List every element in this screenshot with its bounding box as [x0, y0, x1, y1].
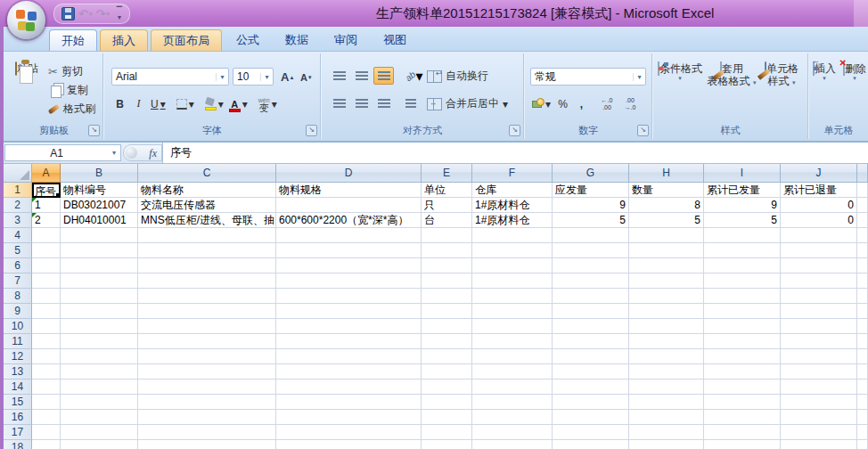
cell-K11[interactable]	[857, 334, 868, 349]
cell-J7[interactable]	[781, 273, 857, 289]
cell-E18[interactable]	[422, 440, 472, 449]
cell-B8[interactable]	[61, 289, 138, 304]
cell-J5[interactable]	[781, 243, 857, 258]
cell-C2[interactable]: 交流电压传感器	[138, 198, 276, 213]
row-header-8[interactable]: 8	[4, 289, 32, 304]
tab-view[interactable]: 视图	[372, 29, 418, 51]
cell-E9[interactable]	[422, 304, 472, 319]
cell-G5[interactable]	[553, 243, 629, 258]
cell-E12[interactable]	[422, 349, 472, 364]
row-header-2[interactable]: 2	[4, 198, 32, 213]
cell-G6[interactable]	[553, 258, 629, 273]
cell-C3[interactable]: MNS低压柜/进线、母联、抽	[138, 213, 276, 228]
cell-J18[interactable]	[781, 440, 857, 449]
cell-K16[interactable]	[857, 410, 868, 425]
cell-B16[interactable]	[61, 410, 138, 425]
cell-K8[interactable]	[857, 289, 868, 304]
cell-G11[interactable]	[553, 334, 629, 349]
cell-A1[interactable]: 序号	[32, 183, 61, 198]
cell-G7[interactable]	[553, 273, 629, 289]
cell-D17[interactable]	[276, 425, 422, 440]
cell-G1[interactable]: 应发量	[553, 183, 629, 198]
cell-A6[interactable]	[32, 258, 61, 273]
cell-B4[interactable]	[61, 228, 138, 243]
column-header-B[interactable]: B	[61, 164, 138, 183]
row-header-18[interactable]: 18	[4, 440, 32, 449]
cell-K6[interactable]	[857, 258, 868, 273]
shrink-font-button[interactable]: A▼	[298, 68, 315, 86]
cell-D8[interactable]	[276, 289, 422, 304]
row-header-9[interactable]: 9	[4, 304, 32, 319]
cell-H10[interactable]	[629, 319, 704, 334]
cell-B12[interactable]	[61, 349, 138, 364]
cell-H11[interactable]	[629, 334, 704, 349]
cell-B2[interactable]: DB03021007	[61, 198, 138, 213]
cell-K7[interactable]	[857, 273, 868, 289]
cell-K12[interactable]	[857, 349, 868, 364]
row-header-13[interactable]: 13	[4, 364, 32, 380]
cell-D7[interactable]	[276, 273, 422, 289]
cell-B1[interactable]: 物料编号	[61, 183, 138, 198]
cell-G9[interactable]	[553, 304, 629, 319]
cell-F10[interactable]	[472, 319, 553, 334]
cell-H12[interactable]	[629, 349, 704, 364]
cell-B7[interactable]	[61, 273, 138, 289]
font-size-combo[interactable]: 10▾	[233, 68, 274, 86]
cell-I5[interactable]	[704, 243, 781, 258]
cell-E8[interactable]	[422, 289, 472, 304]
percent-style-button[interactable]: %	[554, 94, 571, 113]
cell-J17[interactable]	[781, 425, 857, 440]
cell-H14[interactable]	[629, 380, 704, 395]
cell-A14[interactable]	[32, 380, 61, 395]
cell-C4[interactable]	[138, 228, 276, 243]
cell-K15[interactable]	[857, 395, 868, 410]
delete-cells-button[interactable]: 删除 ▾	[841, 62, 868, 81]
cell-E10[interactable]	[422, 319, 472, 334]
cell-C16[interactable]	[138, 410, 276, 425]
wrap-text-button[interactable]: 自动换行	[427, 67, 488, 86]
cell-I6[interactable]	[704, 258, 781, 273]
cell-I15[interactable]	[704, 395, 781, 410]
cell-E2[interactable]: 只	[422, 198, 472, 213]
cell-F9[interactable]	[472, 304, 553, 319]
cell-E13[interactable]	[422, 364, 472, 380]
column-header-I[interactable]: I	[704, 164, 781, 183]
cell-D16[interactable]	[276, 410, 422, 425]
cell-C8[interactable]	[138, 289, 276, 304]
cell-C17[interactable]	[138, 425, 276, 440]
cell-B13[interactable]	[61, 364, 138, 380]
cell-B5[interactable]	[61, 243, 138, 258]
cell-G18[interactable]	[553, 440, 629, 449]
grow-font-button[interactable]: A▲	[279, 68, 296, 86]
font-color-button[interactable]: A▾	[227, 94, 250, 113]
orientation-button[interactable]: ab▾	[401, 67, 428, 85]
cell-B15[interactable]	[61, 395, 138, 410]
cell-D18[interactable]	[276, 440, 422, 449]
row-header-4[interactable]: 4	[4, 228, 32, 243]
cell-E15[interactable]	[422, 395, 472, 410]
cell-K9[interactable]	[857, 304, 868, 319]
row-header-11[interactable]: 11	[4, 334, 32, 349]
clipboard-dialog-launcher[interactable]: ↘	[88, 125, 100, 136]
cell-E17[interactable]	[422, 425, 472, 440]
cell-H15[interactable]	[629, 395, 704, 410]
cell-E5[interactable]	[422, 243, 472, 258]
number-format-combo[interactable]: 常规▾	[530, 68, 646, 86]
cell-G8[interactable]	[553, 289, 629, 304]
row-header-12[interactable]: 12	[4, 349, 32, 364]
cell-B6[interactable]	[61, 258, 138, 273]
column-header-J[interactable]: J	[781, 164, 857, 183]
cell-F11[interactable]	[472, 334, 553, 349]
cell-I10[interactable]	[704, 319, 781, 334]
borders-button[interactable]: ▾	[175, 94, 196, 113]
cell-C14[interactable]	[138, 380, 276, 395]
cell-G17[interactable]	[553, 425, 629, 440]
redo-button[interactable]: ↷▾	[95, 7, 109, 20]
row-header-1[interactable]: 1	[4, 183, 32, 198]
cell-C12[interactable]	[138, 349, 276, 364]
row-header-17[interactable]: 17	[4, 425, 32, 440]
cell-I9[interactable]	[704, 304, 781, 319]
cell-D6[interactable]	[276, 258, 422, 273]
cell-I11[interactable]	[704, 334, 781, 349]
cell-B18[interactable]	[61, 440, 138, 449]
